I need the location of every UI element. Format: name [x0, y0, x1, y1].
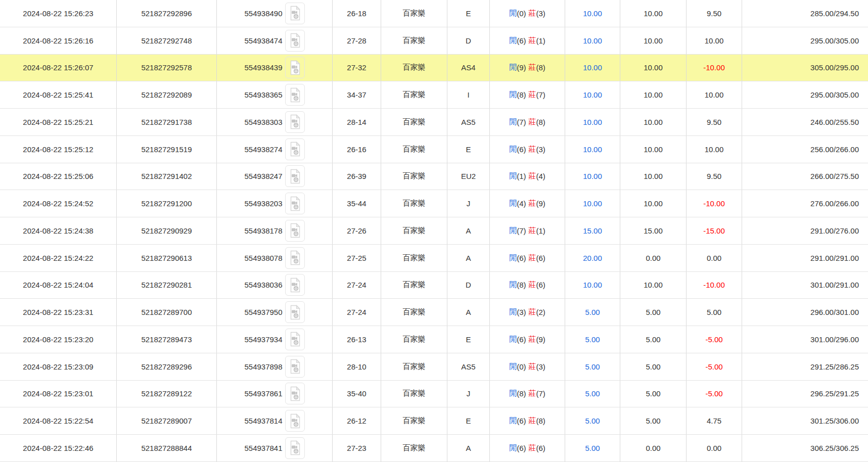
table-code: A	[447, 217, 490, 244]
table-row[interactable]: 2024-08-22 15:24:52 521827291200 5549382…	[0, 190, 868, 217]
settle-time: 2024-08-22 15:24:22	[0, 245, 117, 271]
video-replay-button[interactable]	[285, 193, 305, 214]
settle-time: 2024-08-22 15:23:31	[0, 299, 117, 326]
video-replay-button[interactable]	[285, 274, 305, 296]
game-result: 閒(8)莊(7)	[490, 381, 565, 407]
win-loss-amount: 10.00	[687, 136, 742, 163]
table-row[interactable]: 2024-08-22 15:23:01 521827289122 5549378…	[0, 381, 868, 408]
video-replay-button[interactable]	[285, 111, 305, 133]
win-loss-amount: -10.00	[687, 272, 742, 299]
table-row[interactable]: 2024-08-22 15:24:22 521827290613 5549380…	[0, 245, 868, 272]
banker-label: 莊	[529, 171, 536, 181]
shoe-round: 27-24	[333, 299, 381, 326]
banker-points: (8)	[536, 417, 545, 425]
balance-before-after: 291.25/286.25	[742, 353, 868, 380]
game-round-id: 554938303	[217, 109, 333, 135]
win-loss-amount: 0.00	[687, 435, 742, 461]
win-loss-amount: -5.00	[687, 381, 742, 407]
win-loss-amount: 9.50	[687, 109, 742, 135]
video-replay-button[interactable]	[285, 138, 305, 160]
game-round-id: 554937950	[217, 299, 333, 326]
valid-amount: 0.00	[620, 435, 687, 461]
game-round-id: 554937814	[217, 407, 333, 434]
video-replay-button[interactable]	[285, 220, 305, 242]
video-replay-button[interactable]	[285, 84, 305, 106]
win-loss-amount: 9.50	[687, 163, 742, 190]
game-type: 百家樂	[381, 435, 447, 461]
video-replay-button[interactable]	[285, 383, 305, 404]
table-code: EU2	[447, 163, 490, 190]
order-id: 521827292748	[117, 27, 217, 54]
bet-amount: 20.00	[565, 245, 620, 271]
banker-points: (2)	[536, 308, 545, 316]
balance-before-after: 306.25/306.25	[742, 435, 868, 461]
video-replay-button[interactable]	[285, 57, 305, 78]
video-replay-button[interactable]	[285, 329, 305, 350]
shoe-round: 26-12	[333, 407, 381, 434]
video-replay-button[interactable]	[285, 165, 305, 187]
game-type: 百家樂	[381, 272, 447, 299]
video-replay-button[interactable]	[285, 3, 305, 24]
table-code: A	[447, 435, 490, 461]
banker-points: (1)	[536, 226, 545, 235]
game-round-id: 554938078	[217, 245, 333, 271]
win-loss-amount: 0.00	[687, 245, 742, 271]
table-row[interactable]: 2024-08-22 15:25:06 521827291402 5549382…	[0, 163, 868, 191]
table-row[interactable]: 2024-08-22 15:26:16 521827292748 5549384…	[0, 27, 868, 55]
order-id: 521827292089	[117, 81, 217, 108]
table-row[interactable]: 2024-08-22 15:23:09 521827289296 5549378…	[0, 353, 868, 381]
game-round-id: 554938036	[217, 272, 333, 299]
bet-amount: 5.00	[565, 435, 620, 461]
game-type: 百家樂	[381, 407, 447, 434]
game-round-id: 554938247	[217, 163, 333, 190]
table-code: A	[447, 299, 490, 326]
video-replay-button[interactable]	[285, 437, 305, 459]
valid-amount: 5.00	[620, 407, 687, 434]
table-row[interactable]: 2024-08-22 15:26:07 521827292578 5549384…	[0, 55, 868, 82]
table-row[interactable]: 2024-08-22 15:22:54 521827289007 5549378…	[0, 407, 868, 435]
banker-points: (7)	[536, 90, 545, 99]
video-file-icon	[289, 60, 301, 75]
order-id: 521827291519	[117, 136, 217, 163]
table-code: D	[447, 272, 490, 299]
table-code: AS4	[447, 55, 490, 81]
player-label: 閒	[509, 389, 517, 398]
table-row[interactable]: 2024-08-22 15:23:31 521827289700 5549379…	[0, 299, 868, 326]
table-row[interactable]: 2024-08-22 15:25:21 521827291738 5549383…	[0, 109, 868, 136]
banker-points: (7)	[536, 389, 545, 398]
video-replay-button[interactable]	[285, 247, 305, 269]
table-code: J	[447, 190, 490, 217]
banker-label: 莊	[529, 362, 536, 372]
settle-time: 2024-08-22 15:24:52	[0, 190, 117, 217]
settle-time: 2024-08-22 15:23:01	[0, 381, 117, 407]
balance-before-after: 301.00/291.00	[742, 272, 868, 299]
player-points: (9)	[517, 63, 526, 72]
game-type: 百家樂	[381, 381, 447, 407]
video-file-icon	[289, 413, 301, 429]
player-label: 閒	[509, 36, 517, 45]
video-replay-button[interactable]	[285, 410, 305, 432]
settle-time: 2024-08-22 15:25:21	[0, 109, 117, 135]
game-round-id: 554938365	[217, 81, 333, 108]
table-row[interactable]: 2024-08-22 15:24:38 521827290929 5549381…	[0, 217, 868, 245]
table-row[interactable]: 2024-08-22 15:23:20 521827289473 5549379…	[0, 326, 868, 353]
settle-time: 2024-08-22 15:25:12	[0, 136, 117, 163]
player-label: 閒	[509, 335, 517, 344]
table-row[interactable]: 2024-08-22 15:26:23 521827292896 5549384…	[0, 0, 868, 27]
video-replay-button[interactable]	[285, 30, 305, 52]
banker-points: (8)	[536, 118, 545, 126]
bet-amount: 10.00	[565, 190, 620, 217]
table-row[interactable]: 2024-08-22 15:25:12 521827291519 5549382…	[0, 136, 868, 163]
video-replay-button[interactable]	[285, 356, 305, 378]
table-code: E	[447, 407, 490, 434]
table-row[interactable]: 2024-08-22 15:25:41 521827292089 5549383…	[0, 81, 868, 109]
table-row[interactable]: 2024-08-22 15:22:46 521827288844 5549378…	[0, 435, 868, 462]
table-row[interactable]: 2024-08-22 15:24:04 521827290281 5549380…	[0, 272, 868, 299]
win-loss-amount: -10.00	[687, 190, 742, 217]
banker-points: (6)	[536, 281, 545, 289]
video-file-icon	[289, 250, 301, 265]
video-replay-button[interactable]	[285, 301, 305, 323]
game-type: 百家樂	[381, 353, 447, 380]
balance-before-after: 276.00/266.00	[742, 190, 868, 217]
valid-amount: 15.00	[620, 217, 687, 244]
